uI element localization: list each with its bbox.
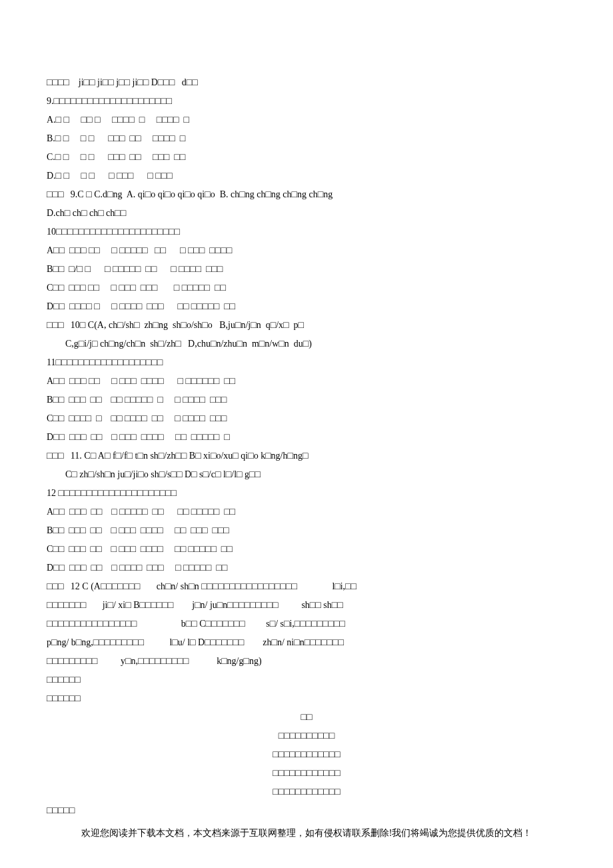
center-1: □□ [47, 708, 566, 727]
q12-stem: 12 □□□□□□□□□□□□□□□□□□□□□ [47, 484, 566, 503]
q9-A: A.□ □ □□ □ □□□□ □ □□□□ □ [47, 111, 566, 129]
q12-ans3: □□□□□□□□□□□□□□□□ b□□ C□□□□□□□ s□/ s□i,□□… [47, 615, 566, 633]
tail-2: □□□□□□ [47, 689, 566, 708]
q9-B: B.□ □ □ □ □□□ □□ □□□□ □ [47, 129, 566, 148]
center-5: □□□□□□□□□□□□ [47, 783, 566, 801]
q12-ans1: □□□ 12 C (A□□□□□□□ ch□n/ sh□n □□□□□□□□□□… [47, 577, 566, 596]
q11-B: B□□ □□□ □□ □□ □□□□□ □ □ □□□□ □□□ [47, 391, 566, 409]
page-footer: 欢迎您阅读并下载本文档，本文档来源于互联网整理，如有侵权请联系删除!我们将竭诚为… [0, 824, 613, 843]
q10-stem: 10□□□□□□□□□□□□□□□□□□□□□□ [47, 223, 566, 241]
q12-D: D□□ □□□ □□ □ □□□□ □□□ □ □□□□□ □□ [47, 559, 566, 577]
q10-B: B□□ □/□ □ □ □□□□□ □□ □ □□□□ □□□ [47, 260, 566, 279]
center-2: □□□□□□□□□□ [47, 727, 566, 745]
last-line: □□□□□ [47, 801, 566, 820]
q9-D: D.□ □ □ □ □ □□□ □ □□□ [47, 167, 566, 185]
q10-D: D□□ □□□□ □ □ □□□□ □□□ □□ □□□□□ □□ [47, 297, 566, 316]
q12-ans4: p□ng/ b□ng,□□□□□□□□□ l□u/ l□ D□□□□□□□ zh… [47, 633, 566, 652]
q9-ans2: D.ch□ ch□ ch□ ch□□ [47, 204, 566, 223]
q11-D: D□□ □□□ □□ □ □□□ □□□□ □□ □□□□□ □ [47, 428, 566, 447]
block1-l1: □□□□ ji□□ ji□□ j□□ ji□□ D□□□ d□□ [47, 73, 566, 92]
q10-ans2: C,g□i/j□ ch□ng/ch□n sh□/zh□ D,chu□n/zhu□… [47, 335, 566, 353]
center-3: □□□□□□□□□□□□ [47, 745, 566, 764]
q10-A: A□□ □□□ □□ □ □□□□□ □□ □ □□□ □□□□ [47, 241, 566, 260]
q11-ans2: C□ zh□/sh□n ju□/ji□o sh□/s□□ D□ s□/c□ l□… [47, 465, 566, 484]
q11-stem: 11□□□□□□□□□□□□□□□□□□□ [47, 353, 566, 372]
q12-B: B□□ □□□ □□ □ □□□ □□□□ □□ □□□ □□□ [47, 521, 566, 540]
q9-C: C.□ □ □ □ □□□ □□ □□□ □□ [47, 148, 566, 167]
q11-C: C□□ □□□□ □ □□ □□□□ □□ □ □□□□ □□□ [47, 409, 566, 428]
tail-1: □□□□□□ [47, 671, 566, 689]
q11-A: A□□ □□□ □□ □ □□□ □□□□ □ □□□□□□ □□ [47, 372, 566, 391]
q12-C: C□□ □□□ □□ □ □□□ □□□□ □□ □□□□□ □□ [47, 540, 566, 559]
center-4: □□□□□□□□□□□□ [47, 764, 566, 783]
q12-ans5: □□□□□□□□□ y□n,□□□□□□□□□ k□ng/g□ng) [47, 652, 566, 671]
q12-ans2: □□□□□□□ ji□/ xi□ B□□□□□□ j□n/ ju□n□□□□□□… [47, 596, 566, 615]
q11-ans: □□□ 11. C□ A□ f□/f□ t□n sh□/zh□□ B□ xi□o… [47, 447, 566, 465]
q9-stem: 9.□□□□□□□□□□□□□□□□□□□□□ [47, 92, 566, 111]
q10-C: C□□ □□□ □□ □ □□□ □□□ □ □□□□□ □□ [47, 279, 566, 297]
q9-ans: □□□ 9.C □ C.d□ng A. qi□o qi□o qi□o qi□o … [47, 185, 566, 204]
q12-A: A□□ □□□ □□ □ □□□□□ □□ □□ □□□□□ □□ [47, 503, 566, 521]
center-block: □□ □□□□□□□□□□ □□□□□□□□□□□□ □□□□□□□□□□□□ … [47, 708, 566, 801]
q10-ans: □□□ 10□ C(A, ch□/sh□ zh□ng sh□o/sh□o B,j… [47, 316, 566, 335]
